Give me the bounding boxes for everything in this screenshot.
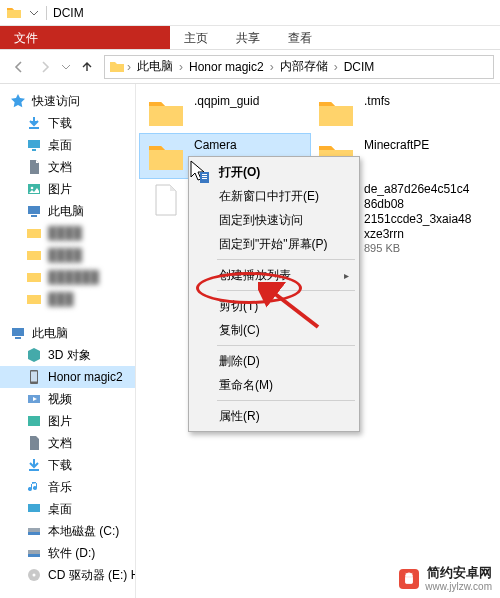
svg-rect-16 bbox=[28, 504, 40, 512]
cube-icon bbox=[26, 347, 42, 363]
android-icon bbox=[399, 569, 419, 589]
file-name: MinecraftPE bbox=[364, 138, 474, 153]
chevron-icon[interactable]: › bbox=[332, 60, 340, 74]
svg-rect-20 bbox=[28, 554, 40, 557]
drive-icon bbox=[26, 523, 42, 539]
cursor-icon bbox=[190, 160, 210, 184]
address-box[interactable]: › 此电脑 › Honor magic2 › 内部存储 › DCIM bbox=[104, 55, 494, 79]
ctx-properties[interactable]: 属性(R) bbox=[191, 404, 357, 428]
ctx-separator bbox=[217, 400, 355, 401]
picture-icon bbox=[26, 413, 42, 429]
crumb-device[interactable]: Honor magic2 bbox=[185, 60, 268, 74]
svg-rect-13 bbox=[31, 372, 37, 382]
ctx-pin-start[interactable]: 固定到"开始"屏幕(P) bbox=[191, 232, 357, 256]
sidebar-pictures[interactable]: 图片 bbox=[0, 178, 135, 200]
sidebar-honor-device[interactable]: Honor magic2 bbox=[0, 366, 135, 388]
sidebar-desktop[interactable]: 桌面 bbox=[0, 134, 135, 156]
ctx-open-new-window[interactable]: 在新窗口中打开(E) bbox=[191, 184, 357, 208]
sidebar: 快速访问 下载 桌面 文档 图片 此电脑 ████ ████ ██████ ██… bbox=[0, 84, 136, 598]
sidebar-label: 图片 bbox=[48, 413, 72, 430]
chevron-icon[interactable]: › bbox=[177, 60, 185, 74]
sidebar-blurred[interactable]: ████ bbox=[0, 244, 135, 266]
download-icon bbox=[26, 457, 42, 473]
sidebar-desktop2[interactable]: 桌面 bbox=[0, 498, 135, 520]
ctx-playlist[interactable]: 创建播放列表 bbox=[191, 263, 357, 287]
sidebar-cdrive[interactable]: 本地磁盘 (C:) bbox=[0, 520, 135, 542]
svg-rect-0 bbox=[28, 140, 40, 148]
sidebar-label: 此电脑 bbox=[48, 203, 84, 220]
sidebar-label: 文档 bbox=[48, 159, 72, 176]
nav-recent[interactable] bbox=[58, 55, 74, 79]
tab-file[interactable]: 文件 bbox=[0, 26, 170, 49]
file-item[interactable]: .qqpim_guid bbox=[140, 90, 310, 134]
file-name: .qqpim_guid bbox=[194, 94, 304, 109]
file-name: de_a87d26e4c51c486db08 bbox=[364, 182, 474, 212]
dropdown-icon[interactable] bbox=[28, 7, 40, 19]
crumb-storage[interactable]: 内部存储 bbox=[276, 58, 332, 75]
tab-share[interactable]: 共享 bbox=[222, 26, 274, 49]
svg-rect-7 bbox=[27, 251, 41, 260]
sidebar-documents2[interactable]: 文档 bbox=[0, 432, 135, 454]
ctx-open[interactable]: 打开(O) bbox=[191, 160, 357, 184]
pc-icon bbox=[26, 203, 42, 219]
drive-icon bbox=[26, 545, 42, 561]
ctx-delete[interactable]: 删除(D) bbox=[191, 349, 357, 373]
sidebar-quick-access[interactable]: 快速访问 bbox=[0, 90, 135, 112]
svg-rect-8 bbox=[27, 273, 41, 282]
file-icon bbox=[146, 182, 186, 218]
separator bbox=[46, 6, 47, 20]
pc-icon bbox=[10, 325, 26, 341]
sidebar-cd1[interactable]: CD 驱动器 (E:) HiSu bbox=[0, 564, 135, 586]
sidebar-pictures2[interactable]: 图片 bbox=[0, 410, 135, 432]
chevron-icon[interactable]: › bbox=[125, 60, 133, 74]
sidebar-downloads[interactable]: 下载 bbox=[0, 112, 135, 134]
phone-icon bbox=[26, 369, 42, 385]
ctx-copy[interactable]: 复制(C) bbox=[191, 318, 357, 342]
nav-up[interactable] bbox=[74, 55, 100, 79]
svg-rect-1 bbox=[32, 149, 36, 151]
nav-forward[interactable] bbox=[32, 55, 58, 79]
sidebar-label: 快速访问 bbox=[32, 93, 80, 110]
disc-icon bbox=[26, 567, 42, 583]
sidebar-documents[interactable]: 文档 bbox=[0, 156, 135, 178]
sidebar-thispc-quick[interactable]: 此电脑 bbox=[0, 200, 135, 222]
ctx-rename[interactable]: 重命名(M) bbox=[191, 373, 357, 397]
sidebar-downloads2[interactable]: 下载 bbox=[0, 454, 135, 476]
sidebar-blurred[interactable]: ██████ bbox=[0, 266, 135, 288]
svg-rect-4 bbox=[28, 206, 40, 214]
ribbon: 文件 主页 共享 查看 bbox=[0, 26, 500, 50]
sidebar-blurred[interactable]: ████ bbox=[0, 222, 135, 244]
sidebar-music[interactable]: 音乐 bbox=[0, 476, 135, 498]
sidebar-ddrive[interactable]: 软件 (D:) bbox=[0, 542, 135, 564]
titlebar: DCIM bbox=[0, 0, 500, 26]
sidebar-blurred[interactable]: ███ bbox=[0, 288, 135, 310]
svg-rect-30 bbox=[202, 176, 207, 177]
sidebar-videos[interactable]: 视频 bbox=[0, 388, 135, 410]
sidebar-label: 图片 bbox=[48, 181, 72, 198]
svg-point-22 bbox=[33, 574, 36, 577]
tab-home[interactable]: 主页 bbox=[170, 26, 222, 49]
ctx-separator bbox=[217, 345, 355, 346]
file-item[interactable]: .tmfs bbox=[310, 90, 480, 134]
document-icon bbox=[26, 159, 42, 175]
crumb-pc[interactable]: 此电脑 bbox=[133, 58, 177, 75]
svg-rect-9 bbox=[27, 295, 41, 304]
context-menu: 打开(O) 在新窗口中打开(E) 固定到快速访问 固定到"开始"屏幕(P) 创建… bbox=[188, 156, 360, 432]
ctx-cut[interactable]: 剪切(T) bbox=[191, 294, 357, 318]
nav-back[interactable] bbox=[6, 55, 32, 79]
watermark-title: 简约安卓网 bbox=[425, 566, 492, 581]
watermark: 简约安卓网 www.jylzw.com bbox=[399, 566, 492, 592]
sidebar-thispc[interactable]: 此电脑 bbox=[0, 322, 135, 344]
ctx-pin-quick[interactable]: 固定到快速访问 bbox=[191, 208, 357, 232]
sidebar-3dobjects[interactable]: 3D 对象 bbox=[0, 344, 135, 366]
svg-point-3 bbox=[31, 187, 34, 190]
ctx-separator bbox=[217, 290, 355, 291]
folder-icon bbox=[26, 269, 42, 285]
crumb-folder[interactable]: DCIM bbox=[340, 60, 379, 74]
svg-rect-15 bbox=[28, 416, 40, 426]
folder-icon bbox=[26, 225, 42, 241]
chevron-icon[interactable]: › bbox=[268, 60, 276, 74]
svg-rect-11 bbox=[15, 337, 21, 339]
tab-view[interactable]: 查看 bbox=[274, 26, 326, 49]
sidebar-label: 下载 bbox=[48, 115, 72, 132]
